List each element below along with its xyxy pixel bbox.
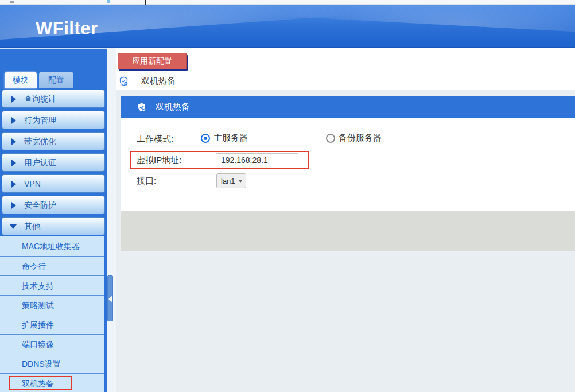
sidebar-item-ha[interactable]: 双机热备 [0, 373, 104, 392]
sidebar-group-bandwidth[interactable]: 带宽优化 [2, 132, 105, 150]
sidebar-group-behavior[interactable]: 行为管理 [2, 111, 105, 129]
panel-footer-band [121, 211, 575, 251]
virtual-ip-input[interactable] [216, 153, 298, 166]
app-header: WFilter [0, 5, 575, 48]
apply-config-button[interactable]: 应用新配置 [118, 53, 187, 69]
group-label: 行为管理 [24, 115, 56, 125]
interface-select[interactable]: lan1 [216, 173, 246, 188]
chevron-right-icon [11, 202, 16, 209]
chevron-right-icon [11, 181, 16, 188]
radio-backup-server[interactable] [326, 134, 335, 143]
panel-title: 双机热备 [156, 102, 190, 112]
group-label: VPN [24, 179, 41, 188]
tab-modules[interactable]: 模块 [5, 72, 37, 88]
sidebar-item-policy-test[interactable]: 策略测试 [0, 295, 104, 315]
radio-primary-label: 主服务器 [213, 133, 248, 143]
chevron-right-icon [11, 96, 16, 103]
group-label: 其他 [24, 222, 40, 231]
interface-label: 接口: [137, 176, 156, 187]
radio-backup-label: 备份服务器 [339, 133, 382, 143]
sidebar-collapse-handle[interactable] [107, 275, 113, 321]
sidebar-tabs: 模块 配置 [5, 72, 76, 88]
breadcrumb-title: 双机热备 [141, 76, 176, 87]
work-mode-label: 工作模式: [137, 134, 173, 145]
group-label: 用户认证 [24, 158, 56, 167]
sidebar-groups: 查询统计 行为管理 带宽优化 用户认证 VPN 安全防护 [0, 90, 107, 238]
shield-check-icon [119, 76, 129, 86]
chevron-down-icon [238, 180, 243, 183]
sidebar-subnav: MAC地址收集器 命令行 技术支持 策略测试 扩展插件 端口镜像 DDNS设置 … [0, 236, 104, 392]
top-strip-mark [107, 0, 110, 3]
breadcrumb: 双机热备 [119, 75, 176, 87]
panel-header: 双机热备 [121, 96, 575, 118]
sidebar-item-mac-collector[interactable]: MAC地址收集器 [0, 236, 104, 256]
sidebar-item-extensions[interactable]: 扩展插件 [0, 315, 104, 334]
sidebar-item-ddns[interactable]: DDNS设置 [0, 354, 104, 373]
shield-check-icon [137, 103, 146, 112]
chevron-left-icon [108, 296, 112, 302]
sidebar-group-vpn[interactable]: VPN [2, 174, 105, 193]
breadcrumb-divider [116, 90, 575, 90]
wfilter-app-window: WFilter 模块 配置 查询统计 行为管理 带宽优化 用 [0, 0, 575, 392]
top-strip-mark [10, 1, 14, 3]
radio-primary-server[interactable] [201, 134, 210, 143]
work-mode-radio-group: 主服务器 备份服务器 [201, 133, 382, 143]
text-cursor-mark [145, 0, 146, 5]
tab-config[interactable]: 配置 [39, 72, 73, 88]
browser-top-strip [0, 0, 575, 5]
brand-logo: WFilter [36, 18, 98, 39]
chevron-right-icon [11, 138, 16, 145]
sidebar-group-security[interactable]: 安全防护 [2, 196, 105, 214]
sidebar-group-others[interactable]: 其他 [2, 217, 105, 235]
interface-selected-value: lan1 [221, 177, 235, 185]
sidebar-item-port-mirror[interactable]: 端口镜像 [0, 334, 104, 354]
sidebar-group-query-stats[interactable]: 查询统计 [2, 90, 105, 108]
group-label: 查询统计 [24, 94, 56, 103]
chevron-right-icon [11, 160, 16, 166]
sidebar-item-tech-support[interactable]: 技术支持 [0, 275, 104, 295]
chevron-right-icon [11, 117, 16, 124]
sidebar: 模块 配置 查询统计 行为管理 带宽优化 用户认证 VPN [0, 48, 107, 392]
chevron-down-icon [10, 224, 17, 229]
sidebar-group-auth[interactable]: 用户认证 [2, 153, 105, 172]
virtual-ip-label: 虚拟IP地址: [137, 155, 181, 166]
sidebar-item-command-line[interactable]: 命令行 [0, 256, 104, 275]
group-label: 带宽优化 [24, 137, 56, 146]
sidebar-content-gap [107, 48, 116, 392]
panel-body: 工作模式: 主服务器 备份服务器 虚拟IP地址: 接口: lan1 [121, 118, 575, 211]
group-label: 安全防护 [24, 200, 56, 209]
